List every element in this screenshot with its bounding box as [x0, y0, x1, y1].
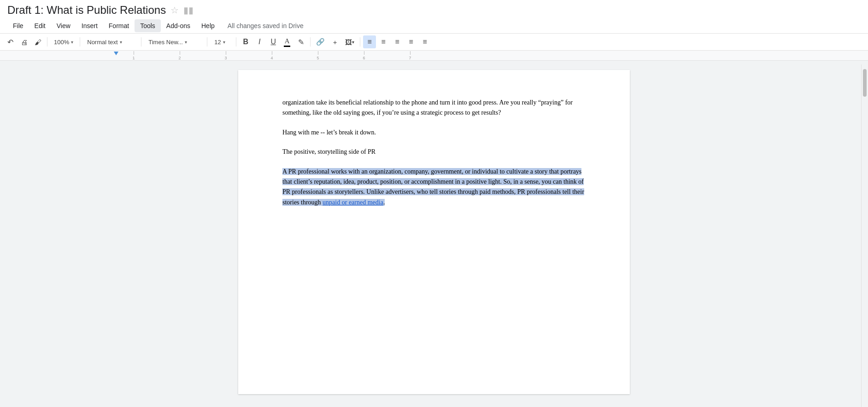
doc-title-row: Draft 1: What is Public Relations ☆ ▮▮ — [7, 4, 861, 18]
menu-edit[interactable]: Edit — [29, 19, 51, 32]
font-name-arrow: ▾ — [185, 40, 187, 45]
font-name-dropdown[interactable]: Times New... ▾ — [144, 35, 204, 48]
align-left-icon: ≡ — [368, 38, 372, 46]
font-color-icon: A — [284, 37, 290, 47]
image-button[interactable]: 🖼 ▾ — [342, 35, 357, 48]
undo-button[interactable]: ↶ — [4, 35, 17, 48]
menu-insert[interactable]: Insert — [76, 19, 103, 32]
font-color-button[interactable]: A — [281, 35, 293, 48]
folder-icon[interactable]: ▮▮ — [183, 5, 194, 16]
menu-bar: File Edit View Insert Format Tools Add-o… — [7, 18, 861, 33]
menu-format[interactable]: Format — [103, 19, 135, 32]
divider-1 — [47, 37, 47, 47]
zoom-selector[interactable]: 100% ▾ — [50, 35, 77, 48]
paint-icon: 🖌 — [35, 38, 41, 46]
divider-3 — [141, 37, 141, 47]
divider-4 — [207, 37, 207, 47]
menu-tools[interactable]: Tools — [135, 19, 161, 32]
zoom-arrow: ▾ — [71, 40, 73, 45]
ruler-marks: 1 2 3 4 5 6 7 — [0, 51, 868, 60]
print-icon: 🖨 — [21, 38, 28, 46]
ruler-mark-2: 2 — [157, 51, 203, 60]
ruler-mark-4: 4 — [249, 51, 295, 60]
font-color-bar — [284, 46, 290, 47]
align-center-icon: ≡ — [381, 38, 386, 46]
italic-icon: I — [258, 38, 260, 46]
align-justify-button[interactable]: ≡ — [405, 35, 417, 48]
ruler-indent-top[interactable] — [114, 52, 118, 55]
ruler-mark-7: 7 — [387, 51, 433, 60]
highlight-icon: ✎ — [298, 38, 304, 47]
toolbar: ↶ 🖨 🖌 100% ▾ Normal text ▾ Times New... … — [0, 34, 868, 51]
ruler: 1 2 3 4 5 6 7 — [0, 51, 868, 61]
ruler-mark-6: 6 — [341, 51, 387, 60]
zoom-value: 100% — [54, 39, 69, 46]
image-icon: 🖼 — [345, 38, 352, 46]
divider-5 — [236, 37, 236, 47]
link-button[interactable]: 🔗 — [313, 35, 328, 48]
print-button[interactable]: 🖨 — [18, 35, 30, 48]
doc-area: organization take its beneficial relatio… — [0, 61, 868, 403]
ruler-mark-3: 3 — [203, 51, 249, 60]
paint-format-button[interactable]: 🖌 — [31, 35, 44, 48]
align-right-button[interactable]: ≡ — [391, 35, 404, 48]
paragraph-4-link[interactable]: unpaid or earned media — [323, 199, 383, 206]
style-dropdown[interactable]: Normal text ▾ — [83, 35, 138, 48]
paragraph-1-text: organization take its beneficial relatio… — [282, 99, 573, 116]
scrollbar-thumb[interactable] — [863, 69, 867, 97]
ruler-mark-5: 5 — [295, 51, 341, 60]
underline-button[interactable]: U — [267, 35, 280, 48]
align-left-button[interactable]: ≡ — [363, 35, 376, 48]
image-arrow: ▾ — [352, 40, 354, 45]
star-icon[interactable]: ☆ — [170, 5, 179, 16]
doc-page[interactable]: organization take its beneficial relatio… — [238, 70, 630, 394]
font-size-arrow: ▾ — [223, 40, 225, 45]
divider-7 — [360, 37, 360, 47]
paragraph-2: Hang with me -- let’s break it down. — [282, 128, 586, 138]
paragraph-1: organization take its beneficial relatio… — [282, 98, 586, 118]
doc-title: Draft 1: What is Public Relations — [7, 4, 166, 17]
bold-icon: B — [243, 38, 248, 46]
divider-6 — [310, 37, 311, 47]
divider-2 — [80, 37, 80, 47]
menu-help[interactable]: Help — [196, 19, 220, 32]
undo-icon: ↶ — [7, 38, 13, 47]
menu-file[interactable]: File — [7, 19, 29, 32]
scrollbar-right[interactable] — [861, 64, 868, 403]
paragraph-4-period: . — [383, 199, 385, 206]
bold-button[interactable]: B — [239, 35, 252, 48]
paragraph-3-text: The positive, storytelling side of PR — [282, 148, 375, 155]
comment-icon: + — [333, 38, 337, 46]
font-name-value: Times New... — [148, 39, 183, 46]
title-bar: Draft 1: What is Public Relations ☆ ▮▮ F… — [0, 0, 868, 34]
align-right-icon: ≡ — [395, 38, 399, 46]
italic-button[interactable]: I — [253, 35, 266, 48]
paragraph-3: The positive, storytelling side of PR — [282, 147, 586, 157]
paragraph-4: A PR professional works with an organiza… — [282, 167, 586, 208]
align-justify-icon: ≡ — [409, 38, 413, 46]
more-icon: ≡ — [423, 38, 427, 46]
font-size-value: 12 — [214, 39, 221, 46]
link-icon: 🔗 — [316, 38, 325, 46]
underline-icon: U — [270, 38, 276, 46]
comment-button[interactable]: + — [328, 35, 341, 48]
menu-view[interactable]: View — [51, 19, 76, 32]
more-button[interactable]: ≡ — [418, 35, 431, 48]
doc-text: organization take its beneficial relatio… — [282, 98, 586, 208]
paragraph-2-text: Hang with me -- let’s break it down. — [282, 129, 376, 136]
menu-addons[interactable]: Add-ons — [161, 19, 196, 32]
highlight-button[interactable]: ✎ — [294, 35, 307, 48]
style-arrow: ▾ — [120, 40, 122, 45]
saved-status: All changes saved in Drive — [228, 22, 304, 29]
font-size-dropdown[interactable]: 12 ▾ — [210, 35, 233, 48]
style-value: Normal text — [87, 39, 117, 46]
align-center-button[interactable]: ≡ — [377, 35, 390, 48]
